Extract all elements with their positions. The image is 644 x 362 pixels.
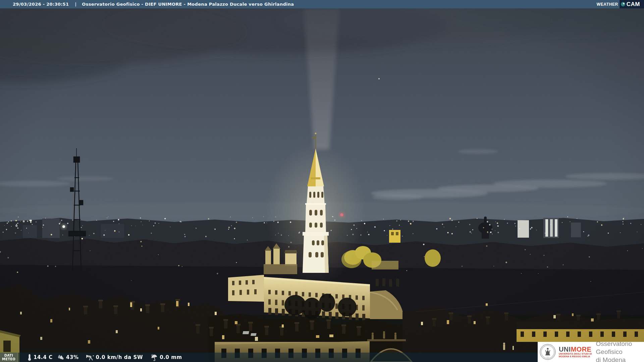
observatory-line1: Osservatorio Geofisico (596, 340, 644, 356)
weathercam-cam-block: CAM (620, 0, 644, 8)
humidity-reading: 43% (57, 354, 79, 361)
rain-icon (151, 354, 158, 361)
wind-reading: 0.0 km/h da SW (86, 354, 143, 361)
weathercam-cam-text: CAM (627, 1, 640, 8)
unimore-branding-box: 1175 UNIMORE UNIVERSITÀ DEGLI STUDI DI M… (538, 342, 644, 362)
unimore-wordmark: UNIMORE UNIVERSITÀ DEGLI STUDI DI MODENA… (559, 346, 592, 358)
webcam-frame: 29/03/2026 - 20:30:51 | Osservatorio Geo… (0, 0, 644, 362)
separator: | (75, 2, 76, 7)
unimore-subtitle-line2: MODENA E REGGIO EMILIA (559, 355, 592, 358)
badge-line1: DATI (4, 354, 13, 358)
temperature-value: 14.4 C (34, 354, 53, 360)
wind-value: 0.0 km/h da SW (96, 354, 143, 360)
observatory-line2: di Modena (596, 356, 644, 362)
badge-line2: METEO (2, 357, 15, 361)
unimore-name: UNIMORE (559, 346, 592, 353)
topbar: 29/03/2026 - 20:30:51 | Osservatorio Geo… (0, 0, 644, 8)
svg-text:1175: 1175 (546, 357, 549, 358)
wind-icon (86, 354, 94, 361)
datetime-text: 29/03/2026 - 20:30:51 (13, 2, 69, 7)
unimore-uni-text: UNI (559, 346, 571, 353)
dati-meteo-badge: DATI METEO (0, 353, 18, 362)
humidity-icon (57, 354, 64, 361)
thermometer-icon (27, 354, 32, 361)
observatory-name: Osservatorio Geofisico di Modena (596, 340, 644, 362)
unimore-seal-icon: 1175 (539, 344, 556, 360)
weathercam-weather-text: Weather (597, 2, 618, 7)
rain-value: 0.0 mm (160, 354, 182, 360)
unimore-subtitle-line1: UNIVERSITÀ DEGLI STUDI DI (559, 353, 592, 355)
camera-title: Osservatorio Geofisico - DIEF UNIMORE - … (82, 2, 294, 7)
weathercam-logo: Weather CAM (597, 0, 644, 8)
weathercam-dot-icon (621, 2, 625, 6)
rain-reading: 0.0 mm (151, 354, 182, 361)
unimore-more-text: MORE (571, 346, 592, 353)
city-night-scene (0, 0, 644, 362)
sensor-grain (0, 0, 644, 362)
temperature-reading: 14.4 C (27, 354, 53, 361)
humidity-value: 43% (66, 354, 79, 360)
